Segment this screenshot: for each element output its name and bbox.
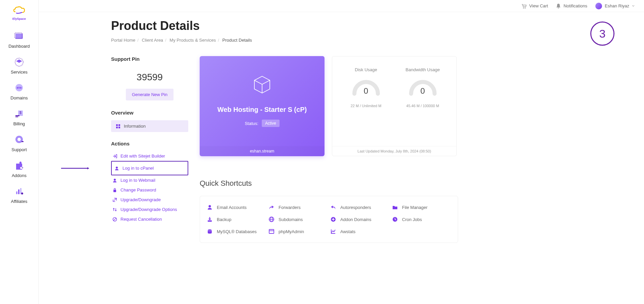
- highlight-annotation: Log in to cPanel: [111, 161, 188, 175]
- page-title: Product Details: [111, 19, 631, 33]
- user-menu[interactable]: Eshan Riyaz: [595, 3, 635, 9]
- services-icon: [14, 57, 24, 68]
- notifications-link[interactable]: Notifications: [556, 3, 587, 9]
- shortcut-addon-domains[interactable]: Addon Domains: [330, 216, 389, 222]
- shortcut-mysql-databases[interactable]: MySQL® Databases: [207, 228, 266, 234]
- shortcut-backup[interactable]: Backup: [207, 216, 266, 222]
- breadcrumb-products[interactable]: My Products & Services: [169, 38, 216, 43]
- updown-icon: [112, 207, 117, 212]
- disk-usage: Disk Usage 0 22 M / Unlimited M: [339, 67, 393, 108]
- shortcut-autoresponders[interactable]: Autoresponders: [330, 204, 389, 210]
- action-upgrade-options[interactable]: Upgrade/Downgrade Options: [111, 205, 188, 214]
- brand-logo[interactable]: ElySpace: [9, 5, 29, 21]
- generate-pin-button[interactable]: Generate New Pin: [126, 89, 174, 100]
- external-icon: [112, 198, 117, 202]
- bandwidth-detail: 45.46 M / 100000 M: [406, 104, 439, 108]
- overview-label: Information: [124, 124, 146, 129]
- chart-icon: [330, 228, 336, 234]
- svg-rect-15: [16, 191, 17, 194]
- action-label: Upgrade/Downgrade: [120, 197, 161, 202]
- shortcut-cron-jobs[interactable]: Cron Jobs: [392, 216, 451, 222]
- hosting-title: Web Hosting - Starter S (cP): [217, 106, 307, 114]
- window-icon: [268, 228, 275, 234]
- folder-icon: [392, 204, 398, 210]
- action-login-cpanel[interactable]: Log in to cPanel: [113, 163, 186, 173]
- svg-point-26: [114, 179, 116, 181]
- plus-circle-icon: [330, 216, 336, 222]
- globe-icon: [268, 216, 275, 222]
- nav-label: Addons: [12, 173, 27, 178]
- affiliates-icon: [14, 186, 24, 197]
- notifications-label: Notifications: [563, 3, 587, 8]
- action-request-cancellation[interactable]: Request Cancellation: [111, 214, 188, 224]
- action-change-password[interactable]: Change Password: [111, 185, 188, 195]
- nav-label: Domains: [10, 95, 28, 100]
- user-icon: [112, 178, 117, 183]
- svg-rect-9: [15, 115, 19, 116]
- info-icon: [116, 124, 120, 129]
- database-icon: [207, 228, 213, 234]
- disk-value: 0: [351, 86, 381, 96]
- information-item[interactable]: Information: [111, 120, 188, 132]
- sidebar-item-support[interactable]: Support: [0, 130, 38, 156]
- svg-rect-16: [18, 189, 19, 194]
- breadcrumb-portal-home[interactable]: Portal Home: [111, 38, 135, 43]
- sidebar-item-dashboard[interactable]: Dashboard: [0, 27, 38, 53]
- shortcut-awstats[interactable]: Awstats: [330, 228, 389, 234]
- shortcut-label: Autoresponders: [340, 205, 371, 210]
- shortcut-phpmyadmin[interactable]: phpMyAdmin: [268, 228, 328, 234]
- svg-line-29: [113, 218, 116, 221]
- action-edit-sitejet[interactable]: Edit with Sitejet Builder: [111, 151, 188, 161]
- status-label: Status:: [245, 121, 258, 126]
- nav-label: Billing: [13, 121, 25, 126]
- addons-icon: +: [14, 160, 24, 171]
- sidebar-item-addons[interactable]: + Addons: [0, 156, 38, 182]
- support-pin-heading: Support Pin: [111, 56, 188, 62]
- shortcut-label: Backup: [217, 217, 231, 222]
- billing-icon: $: [14, 108, 24, 119]
- shortcut-subdomains[interactable]: Subdomains: [268, 216, 328, 222]
- topbar: View Cart Notifications Eshan Riyaz: [39, 0, 644, 12]
- svg-rect-41: [269, 229, 274, 233]
- svg-text:www: www: [18, 87, 21, 89]
- bandwidth-gauge: 0: [408, 77, 438, 96]
- sidebar-item-services[interactable]: Services: [0, 53, 38, 79]
- view-cart-link[interactable]: View Cart: [521, 3, 548, 8]
- sidebar-item-billing[interactable]: $ Billing: [0, 104, 38, 130]
- cart-label: View Cart: [529, 3, 548, 8]
- dashboard-icon: [14, 31, 24, 42]
- action-label: Edit with Sitejet Builder: [120, 154, 165, 159]
- nav-label: Support: [11, 147, 27, 152]
- svg-point-32: [209, 205, 211, 208]
- action-login-webmail[interactable]: Log in to Webmail: [111, 175, 188, 185]
- sidebar: ElySpace Dashboard Services www Domains …: [0, 0, 39, 304]
- svg-rect-19: [116, 124, 118, 126]
- svg-text:+: +: [21, 166, 23, 170]
- shortcuts-grid: Email Accounts Forwarders Autoresponders…: [200, 196, 458, 243]
- shortcut-email-accounts[interactable]: Email Accounts: [207, 204, 266, 210]
- shortcut-label: Addon Domains: [340, 217, 371, 222]
- clock-icon: [392, 216, 398, 222]
- shortcut-forwarders[interactable]: Forwarders: [268, 204, 328, 210]
- shortcuts-heading: Quick Shortcuts: [200, 179, 458, 188]
- action-label: Log in to cPanel: [122, 166, 154, 171]
- svg-rect-33: [208, 220, 212, 222]
- user-icon: [207, 204, 213, 210]
- action-upgrade-downgrade[interactable]: Upgrade/Downgrade: [111, 195, 188, 205]
- bandwidth-value: 0: [408, 86, 438, 96]
- svg-rect-27: [113, 190, 116, 192]
- nav-label: Dashboard: [8, 44, 30, 49]
- svg-rect-10: [15, 117, 18, 117]
- svg-rect-13: [21, 141, 23, 142]
- avatar: [595, 3, 602, 9]
- action-label: Upgrade/Downgrade Options: [120, 207, 177, 212]
- breadcrumb-client-area[interactable]: Client Area: [142, 38, 163, 43]
- shortcut-label: Subdomains: [279, 217, 303, 222]
- support-icon: [14, 134, 24, 145]
- sidebar-item-affiliates[interactable]: Affiliates: [0, 182, 38, 208]
- svg-point-25: [116, 167, 118, 169]
- usage-updated: Last Updated Monday, July 8th, 2024 (08:…: [332, 146, 456, 156]
- shortcut-file-manager[interactable]: File Manager: [392, 204, 451, 210]
- sidebar-item-domains[interactable]: www Domains: [0, 79, 38, 104]
- lock-icon: [112, 188, 117, 192]
